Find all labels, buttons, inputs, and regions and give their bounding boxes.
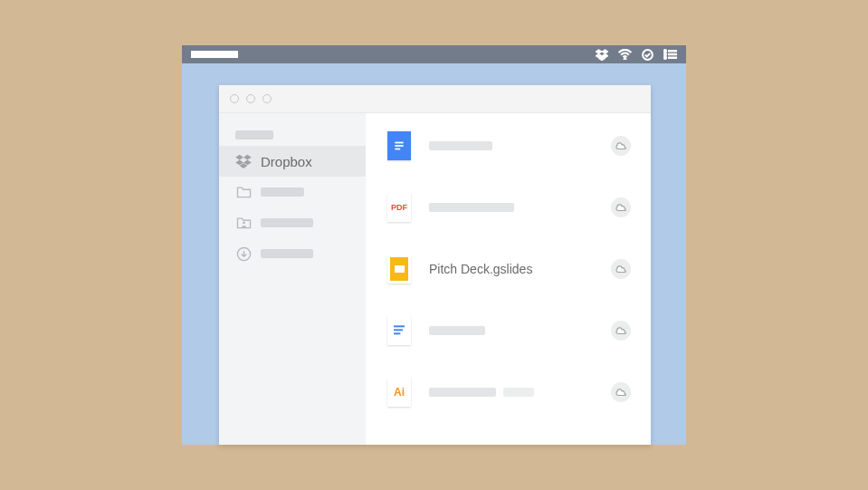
sidebar-item-placeholder bbox=[261, 187, 304, 197]
cloud-status-icon[interactable] bbox=[611, 136, 631, 156]
file-name-placeholder bbox=[429, 388, 496, 397]
file-name-label: Pitch Deck.gslides bbox=[429, 262, 532, 276]
sidebar-heading-placeholder bbox=[235, 130, 273, 139]
file-row[interactable]: Pitch Deck.gslides bbox=[387, 255, 631, 283]
download-icon bbox=[235, 245, 252, 262]
file-list: PDF Pitch Deck.gslides bbox=[366, 113, 651, 445]
svg-point-2 bbox=[664, 50, 666, 52]
svg-point-4 bbox=[664, 53, 666, 55]
file-row[interactable] bbox=[387, 316, 631, 345]
sidebar-heading bbox=[219, 126, 366, 144]
svg-point-6 bbox=[664, 57, 666, 59]
sidebar-item-shared-folder[interactable] bbox=[219, 207, 366, 238]
sidebar-item-placeholder bbox=[261, 249, 313, 258]
list-icon[interactable] bbox=[663, 49, 677, 60]
finder-window: Dropbox bbox=[219, 85, 651, 445]
sidebar-item-dropbox[interactable]: Dropbox bbox=[219, 146, 366, 177]
person-folder-icon bbox=[235, 215, 252, 231]
menubar-app-placeholder bbox=[191, 51, 238, 58]
file-row[interactable] bbox=[387, 131, 631, 160]
wifi-icon[interactable] bbox=[618, 49, 632, 60]
minimize-dot[interactable] bbox=[246, 94, 255, 103]
file-name-placeholder bbox=[429, 203, 514, 212]
pdf-icon: PDF bbox=[387, 193, 411, 222]
file-row[interactable]: Ai bbox=[387, 378, 631, 407]
sidebar-item-placeholder bbox=[261, 218, 313, 227]
file-name-placeholder bbox=[429, 326, 485, 335]
folder-icon bbox=[235, 184, 252, 200]
sidebar: Dropbox bbox=[219, 113, 366, 445]
text-file-icon bbox=[387, 316, 411, 345]
titlebar bbox=[219, 85, 651, 113]
file-row[interactable]: PDF bbox=[387, 193, 631, 222]
sidebar-item-downloads[interactable] bbox=[219, 238, 366, 269]
dropbox-icon bbox=[235, 153, 252, 169]
close-dot[interactable] bbox=[230, 94, 239, 103]
sidebar-item-folder[interactable] bbox=[219, 177, 366, 207]
menubar bbox=[182, 45, 686, 63]
cloud-status-icon[interactable] bbox=[611, 259, 631, 279]
svg-point-0 bbox=[625, 58, 626, 60]
sidebar-item-label: Dropbox bbox=[261, 154, 312, 169]
gslides-icon bbox=[387, 255, 411, 283]
cloud-status-icon[interactable] bbox=[611, 197, 631, 217]
cloud-status-icon[interactable] bbox=[611, 382, 631, 402]
desktop: Dropbox bbox=[182, 45, 686, 445]
cloud-status-icon[interactable] bbox=[611, 321, 631, 341]
sync-ok-icon[interactable] bbox=[642, 49, 653, 61]
file-name-placeholder bbox=[429, 141, 492, 150]
zoom-dot[interactable] bbox=[262, 94, 272, 103]
ai-file-icon: Ai bbox=[387, 378, 411, 407]
dropbox-icon[interactable] bbox=[596, 49, 608, 61]
gdoc-icon bbox=[387, 131, 411, 160]
file-name-placeholder bbox=[503, 388, 534, 397]
svg-point-8 bbox=[243, 222, 245, 225]
